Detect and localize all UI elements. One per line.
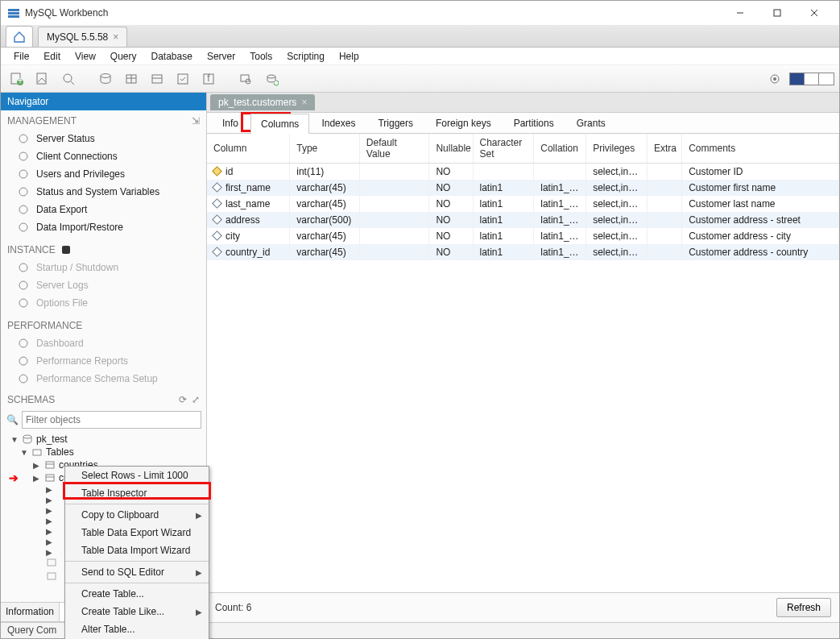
editor-tab[interactable]: pk_test.customers × <box>210 94 315 110</box>
context-menu-item[interactable]: Send to SQL Editor▶ <box>65 563 209 581</box>
settings-gear-button[interactable] <box>763 68 786 89</box>
column-header[interactable]: Extra <box>647 134 681 164</box>
column-header[interactable]: Column <box>207 134 290 164</box>
primary-key-icon <box>212 166 222 176</box>
nav-item[interactable]: Data Import/Restore <box>1 218 206 236</box>
column-header[interactable]: Default Value <box>359 134 429 164</box>
titlebar: MySQL Workbench <box>1 1 839 25</box>
db-view-button[interactable] <box>146 68 168 89</box>
nav-item[interactable]: Performance Reports <box>1 352 206 370</box>
menu-query[interactable]: Query <box>104 49 143 64</box>
close-button[interactable] <box>796 1 833 25</box>
column-header[interactable]: Character Set <box>473 134 534 164</box>
menu-edit[interactable]: Edit <box>37 49 67 64</box>
main-area: pk_test.customers × InfoColumnsIndexesTr… <box>207 93 839 622</box>
close-icon[interactable]: × <box>113 31 118 43</box>
inspector-tab-info[interactable]: Info <box>212 113 249 133</box>
column-header[interactable]: Collation <box>534 134 586 164</box>
menu-scripting[interactable]: Scripting <box>280 49 331 64</box>
context-menu-item[interactable]: Alter Table... <box>65 620 209 638</box>
table-row[interactable]: country_idvarchar(45)NOlatin1latin1_s...… <box>207 244 839 260</box>
nav-icon <box>17 297 30 309</box>
nav-item[interactable]: Server Logs <box>1 276 206 294</box>
refresh-icon[interactable]: ⟳ <box>179 394 187 405</box>
new-sql-tab-button[interactable]: + <box>6 68 28 89</box>
db-func-button[interactable]: f <box>197 68 220 89</box>
search-button[interactable] <box>234 68 257 89</box>
nav-item[interactable]: Client Connections <box>1 147 206 165</box>
nav-item[interactable]: Performance Schema Setup <box>1 370 206 388</box>
inspector-tab-partitions[interactable]: Partitions <box>503 113 565 133</box>
menu-help[interactable]: Help <box>333 49 366 64</box>
menu-view[interactable]: View <box>68 49 102 64</box>
nav-item[interactable]: Status and System Variables <box>1 183 206 201</box>
sidebar-bottom-tab[interactable]: Information <box>1 603 60 621</box>
connection-tab[interactable]: MySQL 5.5.58 × <box>38 27 127 47</box>
context-menu-item[interactable]: Create Table Like...▶ <box>65 603 209 620</box>
svg-line-12 <box>71 81 74 85</box>
filter-objects-input[interactable] <box>22 411 201 429</box>
context-menu-item[interactable]: Create Table... <box>65 585 209 603</box>
column-header[interactable]: Comments <box>682 134 839 164</box>
column-header[interactable]: Nullable <box>429 134 473 164</box>
maximize-button[interactable] <box>759 1 796 25</box>
home-tab[interactable] <box>6 26 33 47</box>
svg-rect-17 <box>152 75 162 83</box>
tree-row[interactable]: ▼pk_test <box>4 433 206 446</box>
tree-row[interactable]: ▼Tables <box>4 446 206 459</box>
svg-point-11 <box>64 74 72 82</box>
table-row[interactable]: addressvarchar(500)NOlatin1latin1_s...se… <box>207 212 839 228</box>
inspector-tab-foreign-keys[interactable]: Foreign keys <box>425 113 502 133</box>
context-menu-item[interactable]: Table Data Import Wizard <box>65 541 209 559</box>
db-create-button[interactable] <box>94 68 117 89</box>
context-menu-item[interactable]: Table Data Export Wizard <box>65 524 209 541</box>
inspector-tab-columns[interactable]: Columns <box>250 114 309 134</box>
svg-rect-4 <box>774 10 780 16</box>
inspector-tab-grants[interactable]: Grants <box>566 113 616 133</box>
minimize-button[interactable] <box>722 1 759 25</box>
svg-rect-47 <box>48 573 56 579</box>
open-sql-button[interactable] <box>31 68 54 89</box>
table-row[interactable]: last_namevarchar(45)NOlatin1latin1_s...s… <box>207 196 839 212</box>
menu-tools[interactable]: Tools <box>243 49 279 64</box>
inspector-button[interactable] <box>57 68 80 89</box>
menu-server[interactable]: Server <box>201 49 242 64</box>
layout-switch[interactable] <box>789 73 834 85</box>
nav-item[interactable]: Data Export <box>1 201 206 218</box>
nav-icon <box>17 279 30 292</box>
expand-icon[interactable]: ⤢ <box>192 394 200 405</box>
table-row[interactable]: first_namevarchar(45)NOlatin1latin1_s...… <box>207 180 839 196</box>
tree-icon <box>46 558 59 569</box>
folder-icon <box>31 446 43 458</box>
nav-item[interactable]: Server Status <box>1 130 206 147</box>
submenu-arrow-icon: ▶ <box>196 608 202 616</box>
nav-item[interactable]: Startup / Shutdown <box>1 259 206 276</box>
nav-icon <box>17 185 30 198</box>
nav-item[interactable]: Options File <box>1 294 206 312</box>
column-header[interactable]: Type <box>290 134 360 164</box>
nav-item[interactable]: Dashboard <box>1 334 206 352</box>
close-icon[interactable]: × <box>301 97 307 108</box>
db-proc-button[interactable] <box>172 68 194 89</box>
app-icon <box>7 6 20 19</box>
menu-database[interactable]: Database <box>145 49 199 64</box>
svg-point-26 <box>773 77 776 81</box>
inspector-tab-indexes[interactable]: Indexes <box>311 113 366 133</box>
table-row[interactable]: cityvarchar(45)NOlatin1latin1_s...select… <box>207 228 839 244</box>
reconnect-button[interactable] <box>260 68 283 89</box>
refresh-button[interactable]: Refresh <box>776 598 831 617</box>
nav-item[interactable]: Users and Privileges <box>1 165 206 183</box>
db-table-button[interactable] <box>120 68 143 89</box>
context-menu-item[interactable]: Table Inspector <box>65 484 209 502</box>
menu-file[interactable]: File <box>7 49 35 64</box>
table-row[interactable]: idint(11)NOselect,inse...Customer ID <box>207 164 839 180</box>
context-menu-item[interactable]: Copy to Clipboard▶ <box>65 506 209 524</box>
context-menu-item[interactable]: Select Rows - Limit 1000 <box>65 467 209 484</box>
nav-icon <box>17 150 30 163</box>
tree-icon <box>46 571 59 583</box>
inspector-tab-triggers[interactable]: Triggers <box>367 113 424 133</box>
collapse-icon[interactable]: ⇲ <box>192 115 200 127</box>
database-icon <box>22 434 33 445</box>
column-header[interactable]: Privileges <box>586 134 648 164</box>
submenu-arrow-icon: ▶ <box>196 511 202 520</box>
